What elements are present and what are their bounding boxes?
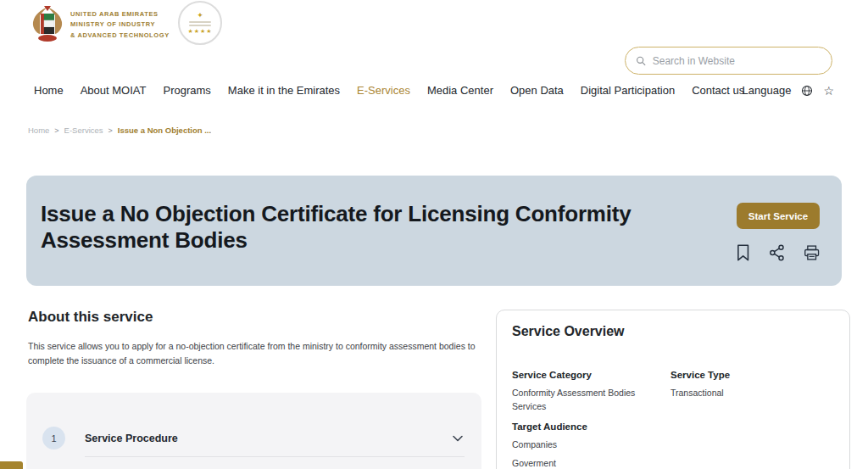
search-input[interactable] — [653, 55, 821, 67]
floating-widget-tab[interactable] — [0, 461, 23, 469]
globe-icon[interactable] — [801, 85, 813, 97]
badge-text-line — [189, 21, 211, 23]
falcon-emblem-graphic — [30, 5, 65, 42]
badge-text-line — [189, 25, 211, 26]
target-audience-label: Target Audience — [512, 422, 587, 432]
nav-item-about-moiat[interactable]: About MOIAT — [81, 84, 147, 97]
nav-item-programs[interactable]: Programs — [163, 84, 210, 97]
start-service-button[interactable]: Start Service — [737, 203, 820, 229]
nav-item-home[interactable]: Home — [34, 84, 64, 97]
logo-line-3: & ADVANCED TECHNOLOGY — [70, 31, 170, 41]
language-switcher[interactable]: Language — [743, 84, 792, 97]
service-type-label: Service Type — [670, 370, 730, 380]
about-service-heading: About this service — [28, 309, 153, 326]
nav-item-media-center[interactable]: Media Center — [427, 84, 493, 97]
accessibility-star-icon[interactable]: ☆ — [823, 85, 834, 97]
breadcrumb-separator: > — [108, 126, 113, 135]
breadcrumb: Home > E-Services > Issue a Non Objectio… — [28, 126, 211, 135]
breadcrumb-home[interactable]: Home — [28, 126, 49, 135]
service-category-value: Conformity Assessment Bodies Services — [512, 387, 648, 414]
share-icon[interactable] — [769, 243, 785, 262]
nav-item-contact-us[interactable]: Contact us — [692, 84, 744, 97]
badge-stars-icon: ★★★★ — [187, 28, 212, 34]
accreditation-badge: ✦ ★★★★ — [178, 1, 222, 45]
accordion-title: Service Procedure — [85, 433, 178, 444]
ministry-wordmark: UNITED ARAB EMIRATES MINISTRY OF INDUSTR… — [70, 9, 170, 41]
search-icon — [636, 55, 647, 67]
step-number-badge: 1 — [42, 427, 65, 449]
main-nav: Home About MOIAT Programs Make it in the… — [34, 84, 744, 97]
breadcrumb-separator: > — [54, 126, 58, 135]
service-hero-banner: Issue a No Objection Certificate for Lic… — [26, 176, 842, 286]
target-audience-value: Companies — [512, 438, 557, 452]
page: UNITED ARAB EMIRATES MINISTRY OF INDUSTR… — [0, 0, 868, 469]
service-overview-heading: Service Overview — [512, 324, 625, 339]
service-type-value: Transactional — [670, 387, 724, 400]
nav-item-make-it-in-the-emirates[interactable]: Make it in the Emirates — [228, 84, 340, 97]
page-title: Issue a No Objection Certificate for Lic… — [41, 201, 719, 254]
logo-line-2: MINISTRY OF INDUSTRY — [70, 20, 170, 30]
badge-emblem-icon: ✦ — [197, 12, 203, 20]
service-procedure-accordion[interactable]: 1 Service Procedure — [26, 393, 481, 469]
service-overview-card: Service Overview Service Category Confor… — [496, 310, 850, 469]
service-category-label: Service Category — [512, 370, 592, 380]
breadcrumb-e-services[interactable]: E-Services — [64, 126, 103, 135]
nav-utilities: Language ☆ — [743, 84, 834, 97]
nav-item-digital-participation[interactable]: Digital Participation — [581, 84, 675, 97]
chevron-down-icon[interactable] — [451, 432, 465, 445]
nav-item-open-data[interactable]: Open Data — [510, 84, 564, 97]
target-audience-value: Goverment — [512, 457, 556, 469]
site-search — [625, 47, 832, 75]
about-service-description: This service allows you to apply for a n… — [28, 339, 477, 368]
print-icon[interactable] — [804, 243, 820, 262]
bookmark-icon[interactable] — [735, 243, 751, 262]
nav-item-e-services[interactable]: E-Services — [357, 84, 410, 97]
breadcrumb-current-page: Issue a Non Objection ... — [118, 126, 211, 135]
moiat-falcon-logo-icon[interactable] — [30, 5, 65, 42]
logo-line-1: UNITED ARAB EMIRATES — [70, 9, 170, 20]
hero-action-icons — [735, 243, 820, 262]
accordion-divider — [85, 456, 465, 457]
